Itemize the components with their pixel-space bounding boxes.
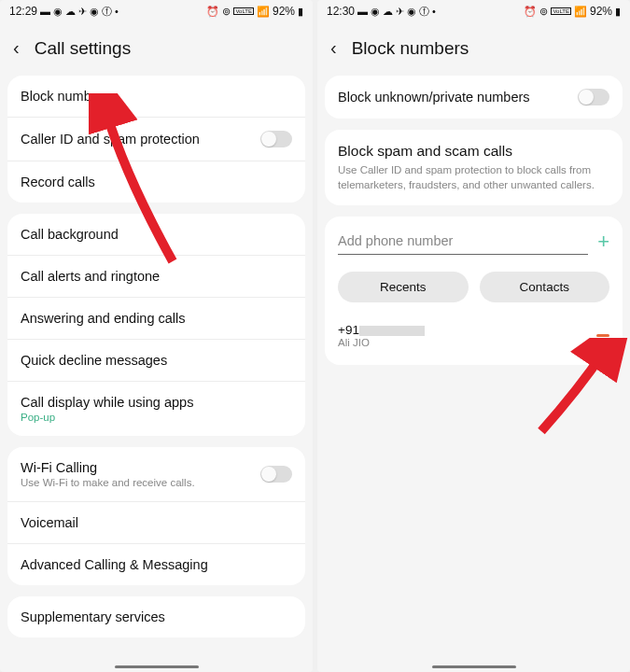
item-advanced-calling[interactable]: Advanced Calling & Messaging: [7, 544, 305, 585]
item-caller-id[interactable]: Caller ID and spam protection: [7, 118, 305, 161]
blocked-name: Ali JIO: [338, 337, 425, 348]
phone-number-input[interactable]: [338, 228, 588, 255]
item-label: Wi-Fi Calling: [21, 460, 195, 475]
item-label: Call background: [21, 227, 119, 242]
wifi-icon: ⊚: [222, 6, 231, 18]
toggle-wifi-calling[interactable]: [260, 466, 292, 483]
item-label: Record calls: [21, 175, 95, 189]
item-block-numbers[interactable]: Block numbers: [7, 76, 305, 118]
spam-title: Block spam and scam calls: [338, 143, 609, 160]
blocked-info: +91 Ali JIO: [338, 323, 425, 348]
phone-right: 12:30 ▬ ◉ ☁ ✈ ◉ ⓕ • ⏰ ⊚ VoLTE 📶 92% ▮ ‹ …: [317, 0, 630, 672]
item-block-unknown[interactable]: Block unknown/private numbers: [325, 76, 623, 119]
status-right: ⏰ ⊚ VoLTE 📶 92% ▮: [206, 5, 303, 18]
status-bar: 12:30 ▬ ◉ ☁ ✈ ◉ ⓕ • ⏰ ⊚ VoLTE 📶 92% ▮: [317, 0, 630, 22]
signal-icon: 📶: [257, 6, 270, 18]
item-quick-decline[interactable]: Quick decline messages: [7, 340, 305, 382]
telegram-icon: ✈: [78, 6, 87, 18]
card-block-unknown: Block unknown/private numbers: [325, 76, 623, 119]
card-blocking: Block numbers Caller ID and spam protect…: [7, 76, 305, 203]
phone-left: 12:29 ▬ ◉ ☁ ✈ ◉ ⓕ • ⏰ ⊚ VoLTE 📶 92% ▮ ‹ …: [0, 0, 313, 672]
item-record-calls[interactable]: Record calls: [7, 161, 305, 203]
item-label: Supplementary services: [21, 609, 165, 624]
item-label: Block unknown/private numbers: [338, 90, 530, 105]
input-row: +: [325, 217, 623, 260]
status-time: 12:30: [327, 5, 355, 18]
camera-icon: ◉: [90, 6, 99, 18]
card-add-number: + Recents Contacts +91 Ali JIO: [325, 217, 623, 365]
facebook-icon: ⓕ: [419, 5, 429, 19]
card-network: Wi-Fi Calling Use Wi-Fi to make and rece…: [7, 447, 305, 585]
page-header: ‹ Call settings: [0, 22, 313, 70]
item-call-display[interactable]: Call display while using apps Pop-up: [7, 382, 305, 436]
status-left: 12:29 ▬ ◉ ☁ ✈ ◉ ⓕ •: [9, 5, 119, 19]
contacts-button[interactable]: Contacts: [480, 272, 610, 302]
add-icon[interactable]: +: [597, 230, 609, 254]
item-label: Call alerts and ringtone: [21, 269, 160, 284]
item-answering[interactable]: Answering and ending calls: [7, 298, 305, 340]
item-supplementary[interactable]: Supplementary services: [7, 596, 305, 637]
item-label: Block numbers: [21, 89, 110, 104]
item-label: Quick decline messages: [21, 353, 167, 368]
toggle-block-unknown[interactable]: [578, 89, 609, 105]
alarm-icon: ⏰: [524, 6, 537, 18]
signal-icon: 📶: [574, 6, 587, 18]
toggle-caller-id[interactable]: [260, 131, 292, 147]
chat-icon: ▬: [40, 6, 50, 17]
spam-description: Use Caller ID and spam protection to blo…: [338, 163, 609, 192]
card-call-options: Call background Call alerts and ringtone…: [7, 214, 305, 436]
status-bar: 12:29 ▬ ◉ ☁ ✈ ◉ ⓕ • ⏰ ⊚ VoLTE 📶 92% ▮: [0, 0, 313, 22]
item-call-background[interactable]: Call background: [7, 214, 305, 256]
telegram-icon: ✈: [396, 6, 404, 18]
masked-digits: [359, 326, 425, 336]
notif-icon: ◉: [371, 6, 380, 18]
page-header: ‹ Block numbers: [317, 22, 630, 70]
battery-text: 92%: [273, 5, 295, 18]
blocked-number: +91: [338, 323, 425, 337]
page-title: Call settings: [35, 38, 132, 59]
item-sublabel: Use Wi-Fi to make and receive calls.: [21, 477, 195, 488]
more-icon: •: [115, 6, 119, 17]
notif-icon: ◉: [53, 6, 63, 18]
camera-icon: ◉: [407, 6, 416, 18]
item-label: Advanced Calling & Messaging: [21, 557, 208, 572]
chat-icon: ▬: [357, 6, 368, 17]
item-voicemail[interactable]: Voicemail: [7, 502, 305, 544]
item-content: Wi-Fi Calling Use Wi-Fi to make and rece…: [21, 460, 195, 488]
blocked-entry: +91 Ali JIO: [325, 314, 623, 361]
volte-icon: VoLTE: [551, 7, 571, 15]
item-label: Caller ID and spam protection: [21, 132, 200, 147]
item-sublabel: Pop-up: [21, 412, 193, 423]
home-indicator[interactable]: [115, 665, 199, 669]
item-label: Call display while using apps: [21, 395, 193, 410]
alarm-icon: ⏰: [206, 6, 219, 18]
wifi-icon: ⊚: [539, 6, 548, 18]
more-icon: •: [432, 6, 436, 17]
back-icon[interactable]: ‹: [330, 37, 337, 59]
card-supplementary: Supplementary services: [7, 596, 305, 637]
status-left: 12:30 ▬ ◉ ☁ ✈ ◉ ⓕ •: [327, 5, 436, 19]
home-indicator[interactable]: [432, 665, 516, 669]
status-time: 12:29: [9, 5, 37, 18]
status-right: ⏰ ⊚ VoLTE 📶 92% ▮: [524, 5, 621, 18]
item-call-alerts[interactable]: Call alerts and ringtone: [7, 256, 305, 298]
remove-icon[interactable]: [596, 334, 609, 337]
battery-icon: ▮: [298, 6, 303, 18]
item-label: Voicemail: [21, 515, 78, 530]
item-label: Answering and ending calls: [21, 311, 186, 326]
cloud-icon: ☁: [65, 6, 76, 18]
back-icon[interactable]: ‹: [13, 37, 20, 59]
item-wifi-calling[interactable]: Wi-Fi Calling Use Wi-Fi to make and rece…: [7, 447, 305, 502]
page-title: Block numbers: [352, 38, 469, 59]
facebook-icon: ⓕ: [102, 5, 112, 19]
battery-text: 92%: [590, 5, 612, 18]
battery-icon: ▮: [615, 6, 621, 18]
cloud-icon: ☁: [383, 6, 393, 18]
chips-row: Recents Contacts: [325, 260, 623, 314]
item-content: Call display while using apps Pop-up: [21, 395, 193, 423]
volte-icon: VoLTE: [233, 7, 254, 15]
card-block-spam[interactable]: Block spam and scam calls Use Caller ID …: [325, 130, 623, 205]
recents-button[interactable]: Recents: [338, 272, 469, 302]
